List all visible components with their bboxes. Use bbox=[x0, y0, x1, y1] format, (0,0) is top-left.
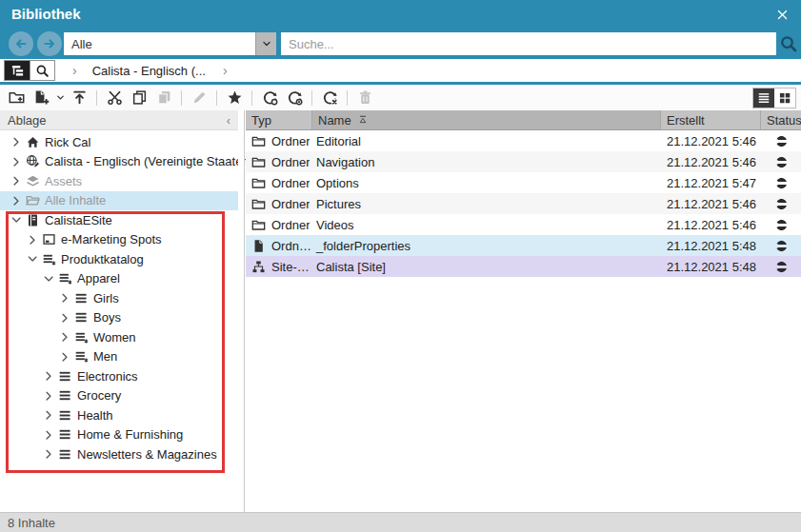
column-header-name[interactable]: Name bbox=[312, 110, 661, 129]
folder-open-icon bbox=[26, 193, 40, 207]
column-header-erstellt[interactable]: Erstellt bbox=[661, 110, 761, 129]
back-button[interactable] bbox=[9, 31, 33, 56]
search-mode-button[interactable] bbox=[30, 61, 54, 80]
chevron-down-icon[interactable] bbox=[10, 213, 23, 227]
published-status-icon bbox=[775, 198, 788, 210]
published-status-icon bbox=[775, 240, 788, 252]
new-content-menu-button[interactable] bbox=[53, 87, 67, 109]
upload-button[interactable] bbox=[67, 87, 91, 109]
delete-button bbox=[352, 87, 377, 109]
tree-item-boys[interactable]: Boys bbox=[0, 308, 238, 328]
home-icon bbox=[26, 135, 40, 149]
chevron-right-icon[interactable] bbox=[10, 155, 23, 168]
tree-item-grocery[interactable]: Grocery bbox=[0, 386, 238, 406]
new-folder-button[interactable] bbox=[4, 87, 29, 109]
tree-item-men[interactable]: Men bbox=[0, 347, 238, 367]
breadcrumb-chevron: › bbox=[72, 63, 77, 78]
table-row-options[interactable]: Ordner Options 21.12.2021 5:47 bbox=[246, 172, 801, 193]
folder-icon bbox=[251, 197, 266, 211]
chevron-right-icon[interactable] bbox=[42, 447, 55, 461]
tree-item-newsletters-magazines[interactable]: Newsletters & Magazines bbox=[0, 444, 238, 464]
close-icon bbox=[776, 9, 789, 21]
tree-item-assets[interactable]: Assets bbox=[0, 171, 238, 191]
filter-dropdown-button[interactable] bbox=[255, 32, 276, 55]
tree-item-calistaesite[interactable]: CalistaESite bbox=[0, 210, 238, 230]
publish-button[interactable] bbox=[282, 87, 307, 109]
chevron-right-icon[interactable] bbox=[58, 330, 71, 344]
window-title: Bibliothek bbox=[11, 0, 81, 29]
chevron-right-icon[interactable] bbox=[42, 408, 55, 422]
breadcrumb-site[interactable]: Calista - Englisch (... bbox=[92, 64, 206, 78]
tree-item-rick-cal[interactable]: Rick Cal bbox=[0, 132, 238, 152]
copy-button[interactable] bbox=[127, 87, 151, 109]
filter-dropdown[interactable]: Alle bbox=[64, 32, 276, 55]
site-binder-icon bbox=[26, 213, 40, 227]
withdraw-button[interactable] bbox=[317, 87, 342, 109]
toolbar-separator bbox=[181, 90, 182, 106]
toolbar-separator bbox=[311, 90, 312, 106]
view-mode-toggle bbox=[4, 60, 55, 81]
new-content-button[interactable] bbox=[29, 87, 53, 109]
search-button[interactable] bbox=[779, 34, 798, 53]
table-row-editorial[interactable]: Ordner Editorial 21.12.2021 5:46 bbox=[246, 130, 801, 151]
tree-mode-button[interactable] bbox=[5, 61, 30, 80]
list-grid-toggle bbox=[752, 88, 796, 108]
tree-item-health[interactable]: Health bbox=[0, 405, 238, 425]
category-icon bbox=[58, 388, 72, 403]
table-row-calista-site[interactable]: Site-D… Calista [Site] 21.12.2021 5:48 bbox=[246, 256, 801, 277]
tree-item-e-marketing-spots[interactable]: e-Marketing Spots bbox=[0, 230, 238, 250]
table-row-navigation[interactable]: Ordner Navigation 21.12.2021 5:46 bbox=[246, 151, 801, 172]
toolbar-separator bbox=[347, 90, 348, 106]
forward-button[interactable] bbox=[37, 31, 62, 56]
table-row-pictures[interactable]: Ordner Pictures 21.12.2021 5:46 bbox=[246, 193, 801, 214]
table-row-folderproperties[interactable]: Ordne… _folderProperties 21.12.2021 5:48 bbox=[246, 235, 801, 256]
chevron-right-icon[interactable] bbox=[58, 350, 71, 364]
column-header-typ[interactable]: Typ bbox=[246, 110, 312, 129]
cut-button[interactable] bbox=[102, 87, 127, 109]
repository-panel: Ablage ‹ Rick Cal Calista - Englisch (Ve… bbox=[0, 110, 238, 512]
chevron-right-icon[interactable] bbox=[10, 194, 23, 207]
tree-item-girls[interactable]: Girls bbox=[0, 288, 238, 308]
layers-icon bbox=[26, 174, 40, 188]
chevron-right-icon[interactable] bbox=[58, 291, 71, 305]
category-icon bbox=[74, 291, 89, 305]
grid-view-icon bbox=[778, 91, 791, 105]
chevron-right-icon[interactable] bbox=[10, 135, 23, 148]
chevron-right-icon[interactable] bbox=[42, 389, 55, 403]
tree-item-alle-inhalte[interactable]: Alle Inhalte bbox=[0, 191, 238, 211]
chevron-right-icon[interactable] bbox=[10, 174, 23, 187]
favorite-button[interactable] bbox=[222, 87, 247, 109]
chevron-right-icon[interactable] bbox=[26, 233, 39, 246]
published-status-icon bbox=[775, 135, 788, 148]
column-header-status[interactable]: Status bbox=[761, 110, 801, 129]
category-icon bbox=[58, 447, 72, 462]
tree-item-calista-englisch-vereinigte-staaten[interactable]: Calista - Englisch (Vereinigte Staaten) bbox=[0, 152, 238, 172]
chevron-right-icon[interactable] bbox=[58, 311, 71, 325]
search-input[interactable] bbox=[281, 32, 776, 55]
doc-plus-icon bbox=[33, 89, 50, 106]
grid-view-button[interactable] bbox=[774, 89, 795, 108]
chevron-right-icon[interactable] bbox=[42, 369, 55, 383]
catalog-icon bbox=[42, 252, 56, 266]
tree-item-produktkatalog[interactable]: Produktkatalog bbox=[0, 249, 238, 269]
globe-pencil-icon bbox=[26, 154, 40, 168]
table-header: Typ Name Erstellt Status bbox=[246, 110, 801, 130]
chevron-down-icon[interactable] bbox=[42, 272, 55, 286]
document-icon bbox=[251, 239, 266, 253]
tree-item-women[interactable]: Women bbox=[0, 327, 238, 347]
tree-item-home-furnishing[interactable]: Home & Furnishing bbox=[0, 425, 238, 445]
collapse-panel-button[interactable]: ‹ bbox=[227, 113, 230, 128]
close-button[interactable] bbox=[772, 5, 791, 24]
panel-splitter[interactable] bbox=[238, 110, 245, 512]
tree-item-electronics[interactable]: Electronics bbox=[0, 366, 238, 386]
approve-button[interactable] bbox=[257, 87, 282, 109]
pencil-icon bbox=[191, 89, 208, 106]
tree-item-apparel[interactable]: Apparel bbox=[0, 269, 238, 289]
table-row-videos[interactable]: Ordner Videos 21.12.2021 5:46 bbox=[246, 214, 801, 235]
catalog-icon bbox=[74, 330, 89, 345]
chevron-right-icon[interactable] bbox=[42, 428, 55, 442]
chevron-down-icon[interactable] bbox=[26, 252, 39, 266]
magnifier-icon bbox=[779, 34, 798, 53]
list-view-button[interactable] bbox=[753, 89, 774, 108]
category-icon bbox=[58, 369, 72, 384]
